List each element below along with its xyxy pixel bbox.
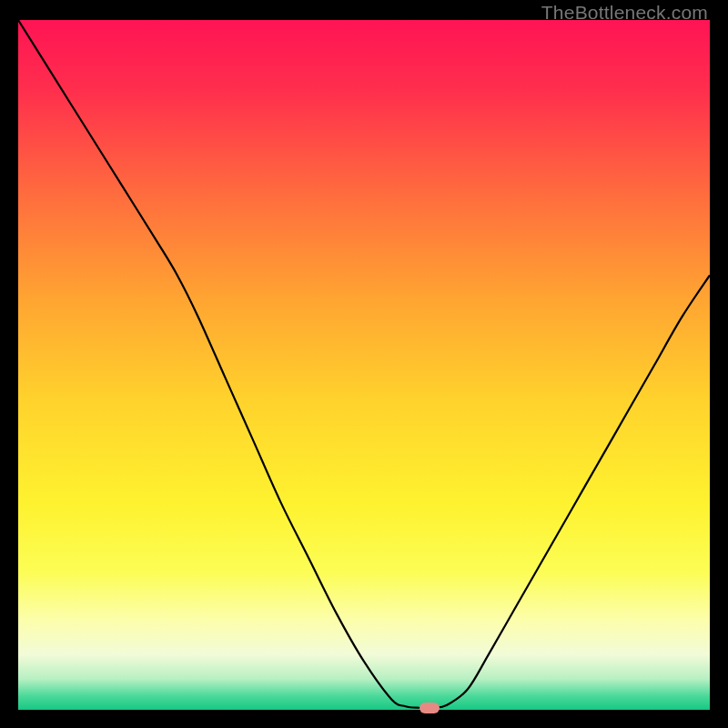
optimal-point-marker <box>420 703 440 713</box>
gradient-background <box>18 20 710 710</box>
chart-frame <box>18 20 710 710</box>
bottleneck-chart <box>18 20 710 710</box>
